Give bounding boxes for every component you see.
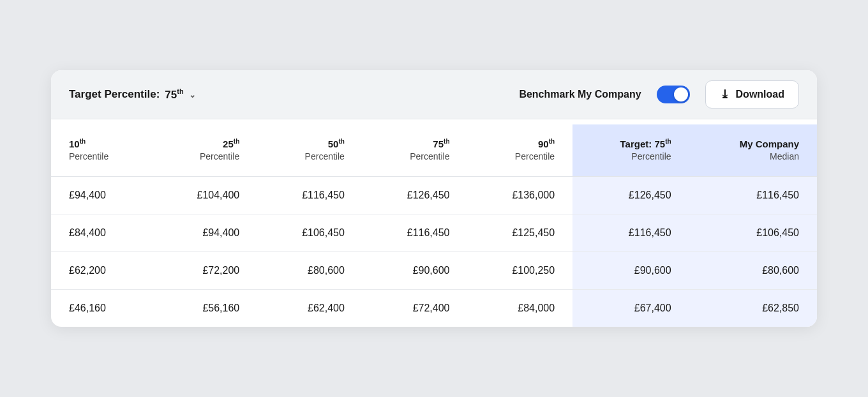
col-header-target: Target: 75th Percentile: [572, 124, 689, 176]
table-body: £94,400£104,400£116,450£126,450£136,000£…: [51, 176, 817, 327]
col-header-75: 75th Percentile: [363, 124, 468, 176]
cell-c50-row2: £80,600: [257, 251, 363, 289]
table-row: £62,200£72,200£80,600£90,600£100,250£90,…: [51, 251, 817, 289]
table-row: £84,400£94,400£106,450£116,450£125,450£1…: [51, 214, 817, 251]
cell-c10-row0: £94,400: [51, 176, 153, 214]
data-table: 10th Percentile 25th Percentile 50th Per…: [51, 124, 817, 327]
toggle-thumb: [674, 87, 688, 101]
main-card: Target Percentile: 75th ⌄ Benchmark My C…: [51, 70, 817, 327]
cell-c75-row0: £126,450: [363, 176, 468, 214]
download-button[interactable]: ⤓ Download: [705, 80, 799, 109]
cell-ctarget-row0: £126,450: [572, 176, 689, 214]
target-percentile-label: Target Percentile:: [69, 88, 160, 101]
cell-c25-row3: £56,160: [153, 289, 258, 327]
cell-cmyco-row0: £116,450: [689, 176, 817, 214]
download-icon: ⤓: [720, 87, 730, 101]
toolbar-right: Benchmark My Company ⤓ Download: [519, 80, 799, 109]
cell-c90-row2: £100,250: [468, 251, 573, 289]
cell-c10-row3: £46,160: [51, 289, 153, 327]
benchmark-toggle[interactable]: [657, 86, 690, 103]
cell-c50-row1: £106,450: [257, 214, 363, 251]
cell-ctarget-row1: £116,450: [572, 214, 689, 251]
download-label: Download: [736, 89, 784, 100]
cell-c25-row1: £94,400: [153, 214, 258, 251]
cell-c75-row2: £90,600: [363, 251, 468, 289]
data-table-container: 10th Percentile 25th Percentile 50th Per…: [51, 119, 817, 327]
cell-ctarget-row3: £67,400: [572, 289, 689, 327]
chevron-down-icon[interactable]: ⌄: [189, 90, 196, 100]
cell-c90-row3: £84,000: [468, 289, 573, 327]
cell-cmyco-row2: £80,600: [689, 251, 817, 289]
cell-c75-row1: £116,450: [363, 214, 468, 251]
cell-c90-row1: £125,450: [468, 214, 573, 251]
cell-c10-row2: £62,200: [51, 251, 153, 289]
cell-ctarget-row2: £90,600: [572, 251, 689, 289]
cell-c50-row0: £116,450: [257, 176, 363, 214]
benchmark-label: Benchmark My Company: [519, 89, 641, 100]
col-header-10: 10th Percentile: [51, 124, 153, 176]
toggle-track: [657, 86, 690, 103]
cell-c10-row1: £84,400: [51, 214, 153, 251]
cell-c75-row3: £72,400: [363, 289, 468, 327]
table-row: £94,400£104,400£116,450£126,450£136,000£…: [51, 176, 817, 214]
col-header-50: 50th Percentile: [257, 124, 363, 176]
toolbar: Target Percentile: 75th ⌄ Benchmark My C…: [51, 70, 817, 119]
table-row: £46,160£56,160£62,400£72,400£84,000£67,4…: [51, 289, 817, 327]
cell-c25-row0: £104,400: [153, 176, 258, 214]
cell-cmyco-row3: £62,850: [689, 289, 817, 327]
col-header-90: 90th Percentile: [468, 124, 573, 176]
target-percentile[interactable]: Target Percentile: 75th ⌄: [69, 87, 196, 101]
cell-c50-row3: £62,400: [257, 289, 363, 327]
cell-cmyco-row1: £106,450: [689, 214, 817, 251]
cell-c90-row0: £136,000: [468, 176, 573, 214]
cell-c25-row2: £72,200: [153, 251, 258, 289]
table-header-row: 10th Percentile 25th Percentile 50th Per…: [51, 124, 817, 176]
col-header-myco: My Company Median: [689, 124, 817, 176]
col-header-25: 25th Percentile: [153, 124, 258, 176]
target-percentile-value: 75th: [165, 87, 183, 101]
